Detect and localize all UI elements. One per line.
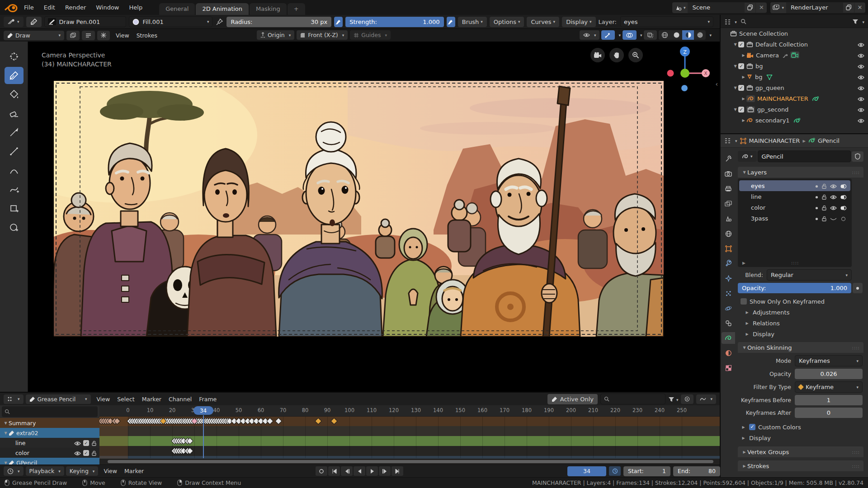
transport-play-button[interactable] xyxy=(366,466,378,476)
unlock-icon[interactable] xyxy=(821,193,827,200)
tool-arc[interactable] xyxy=(5,162,24,179)
scene-new-button[interactable] xyxy=(745,3,755,13)
snowflake-icon[interactable] xyxy=(97,31,110,40)
checkbox-checked[interactable]: ✓ xyxy=(749,424,755,430)
workspace-tab-masking[interactable]: Masking xyxy=(250,3,287,15)
viewlayer-name[interactable]: RenderLayer xyxy=(786,4,843,11)
start-frame-field[interactable]: Start:1 xyxy=(623,466,670,476)
end-frame-field[interactable]: End:80 xyxy=(673,466,720,476)
custom-colors-row[interactable]: ▶ ✓ Custom Colors xyxy=(738,422,863,432)
channel-line[interactable]: line✓ xyxy=(0,438,99,448)
material-field[interactable]: Fill.001 ▾ xyxy=(129,16,212,27)
xray-toggle[interactable] xyxy=(644,30,657,40)
tool-curve[interactable] xyxy=(5,181,24,198)
outliner-row-scene-collection[interactable]: Scene Collection xyxy=(721,28,868,39)
collection-checkbox[interactable]: ✓ xyxy=(738,63,744,69)
channel-color[interactable]: color✓ xyxy=(0,448,99,458)
properties-tab-viewlayer[interactable] xyxy=(722,198,735,210)
properties-tab-world[interactable] xyxy=(722,228,735,239)
strength-pressure-toggle[interactable] xyxy=(447,17,455,27)
workspace-tab--[interactable]: + xyxy=(288,3,305,15)
onion-keyframes-before-field[interactable]: 1 xyxy=(795,395,863,405)
onion-filter-dropdown[interactable]: Keyframe▾ xyxy=(795,381,863,393)
editor-type-button[interactable]: ▾ xyxy=(4,394,24,404)
layers-panel-header[interactable]: ▼Layers:::: xyxy=(738,167,863,178)
workspace-tab-2d-animation[interactable]: 2D Animation xyxy=(196,3,249,15)
collection-checkbox[interactable]: ✓ xyxy=(738,42,744,47)
properties-tab-modifier[interactable] xyxy=(722,258,735,269)
properties-tab-render[interactable] xyxy=(722,168,735,180)
onion-opacity-field[interactable]: 0.026 xyxy=(795,369,863,379)
preview-range-clock-button[interactable] xyxy=(609,466,621,476)
gizmo-dropdown[interactable]: ▾ xyxy=(618,33,621,38)
tool-erase[interactable] xyxy=(5,105,24,122)
listbox-expand-arrow[interactable]: ▶ xyxy=(742,261,745,265)
disclosure-icon[interactable]: ▼ xyxy=(732,42,738,47)
playhead-line[interactable] xyxy=(203,415,204,458)
disclosure-icon[interactable]: ▼ xyxy=(732,86,738,90)
hide-eye-icon[interactable] xyxy=(858,74,864,80)
shading-rendered-button[interactable] xyxy=(694,30,706,40)
shading-material-button[interactable] xyxy=(682,30,694,40)
properties-tab-object[interactable] xyxy=(722,243,735,254)
show-only-keyframed-row[interactable]: Show Only On Keyframed xyxy=(738,296,863,307)
dopesheet-menu-frame[interactable]: Frame xyxy=(195,396,220,403)
properties-tab-data[interactable] xyxy=(722,332,735,344)
edit-lines-toggle[interactable] xyxy=(82,31,95,40)
scene-unlink-button[interactable]: ✕ xyxy=(756,3,767,13)
breadcrumb-object[interactable]: MAINCHARACTER xyxy=(749,137,800,144)
gp-layer-row-line[interactable]: line xyxy=(739,191,850,202)
tool-cutter[interactable] xyxy=(5,124,24,141)
gpencil-id-icon[interactable]: ▾ xyxy=(738,151,757,162)
active-layer-dropdown[interactable]: eyes ▾ xyxy=(620,16,713,27)
disclosure-icon[interactable]: ▼ xyxy=(732,108,738,112)
channel-color-dot[interactable] xyxy=(815,215,818,222)
transport-jumpstart-button[interactable] xyxy=(328,466,340,476)
dopesheet-menu-view[interactable]: View xyxy=(93,396,114,403)
properties-tab-shaderfx[interactable] xyxy=(722,272,735,284)
channel-checkbox[interactable]: ✓ xyxy=(83,450,89,456)
workspace-tab-general[interactable]: General xyxy=(159,3,195,15)
panel-vertex-groups[interactable]: ▶Vertex Groups:::: xyxy=(738,446,863,457)
onion-icon[interactable] xyxy=(840,183,847,189)
overlays-dropdown[interactable]: ▾ xyxy=(640,33,642,38)
menu-render[interactable]: Render xyxy=(60,2,91,14)
shading-dropdown[interactable]: ▾ xyxy=(709,33,712,38)
onion-display-row[interactable]: ▶Display xyxy=(738,432,863,443)
disclosure-icon[interactable]: ▶ xyxy=(741,53,746,57)
menu-file[interactable]: File xyxy=(19,2,39,14)
channel-search[interactable] xyxy=(2,406,98,417)
gp-layer-row-3pass[interactable]: 3pass xyxy=(739,213,850,224)
hide-eye-icon[interactable] xyxy=(858,95,864,102)
breadcrumb-data[interactable]: GPencil xyxy=(818,137,840,144)
dopesheet-menu-channel[interactable]: Channel xyxy=(165,396,195,403)
scrollbar-thumb[interactable] xyxy=(108,460,713,463)
outliner-row-bg[interactable]: ▶ bg xyxy=(721,71,868,82)
properties-tab-scene[interactable] xyxy=(722,213,735,225)
outliner-row-gp-queen[interactable]: ▼✓ gp_queen xyxy=(721,82,868,93)
checkbox-unchecked[interactable] xyxy=(741,298,747,305)
viewlayer-selector[interactable]: ▾ RenderLayer ✕ xyxy=(770,2,865,13)
menu-help[interactable]: Help xyxy=(124,2,148,14)
dopesheet-filter-icon[interactable]: ▾ xyxy=(668,396,679,403)
playback-menu-marker[interactable]: Marker xyxy=(121,468,147,474)
guides-dropdown[interactable]: Guides▾ xyxy=(350,30,391,40)
radius-slider[interactable]: Radius: 30 px xyxy=(226,17,331,27)
dopesheet-menu-marker[interactable]: Marker xyxy=(138,396,165,403)
tool-cursor[interactable] xyxy=(5,48,24,65)
eye-icon[interactable] xyxy=(830,183,837,189)
pan-view-button[interactable] xyxy=(609,48,624,62)
menu-window[interactable]: Window xyxy=(91,2,124,14)
filter-icon[interactable]: ▾ xyxy=(852,18,864,25)
eye-icon[interactable] xyxy=(830,193,837,200)
zoom-view-button[interactable] xyxy=(628,48,643,62)
disclosure-icon[interactable]: ▶ xyxy=(741,118,746,122)
overlays-toggle[interactable] xyxy=(623,30,637,40)
playback-menu-view[interactable]: View xyxy=(100,468,121,474)
snap-curve-icon[interactable]: ▾ xyxy=(696,394,716,404)
panel-strokes[interactable]: ▶Strokes:::: xyxy=(738,460,863,471)
onion-icon[interactable] xyxy=(840,193,847,200)
unlock-icon[interactable] xyxy=(821,183,827,189)
panel-display[interactable]: ▶Display xyxy=(738,328,863,339)
channel-extra02[interactable]: ▼ extra02 xyxy=(0,428,99,438)
